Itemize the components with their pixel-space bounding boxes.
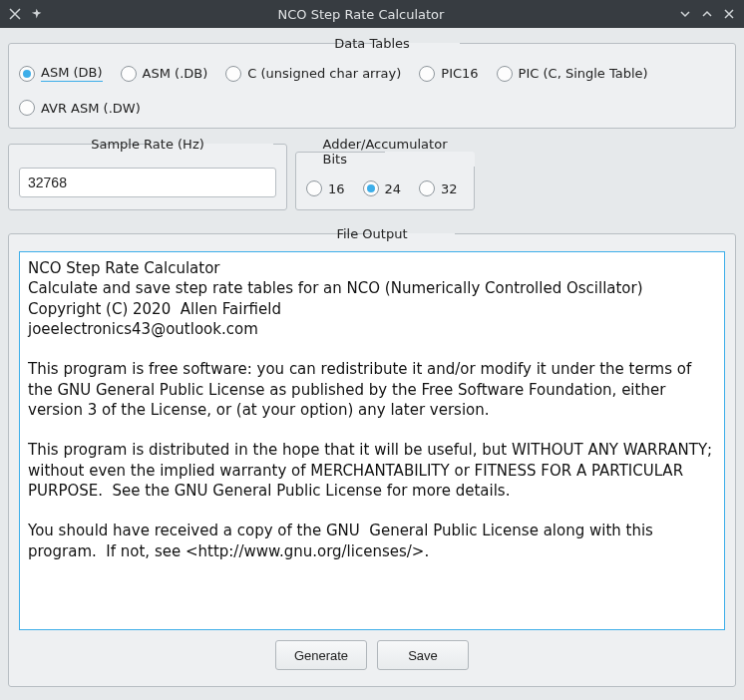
data-tables-option[interactable]: C (unsigned char array) bbox=[225, 66, 401, 82]
accum-bits-option[interactable]: 32 bbox=[419, 180, 458, 196]
file-output-legend: File Output bbox=[330, 226, 413, 241]
radio-label: 16 bbox=[328, 181, 345, 196]
close-icon[interactable] bbox=[722, 7, 736, 21]
data-tables-option[interactable]: ASM (DB) bbox=[19, 65, 103, 82]
maximize-icon[interactable] bbox=[700, 7, 714, 21]
radio-icon bbox=[363, 180, 379, 196]
accum-bits-options: 162432 bbox=[306, 176, 464, 196]
window-titlebar: NCO Step Rate Calculator bbox=[0, 0, 744, 28]
radio-icon bbox=[121, 66, 137, 82]
sample-rate-group: Sample Rate (Hz) bbox=[8, 137, 287, 210]
data-tables-options: ASM (DB)ASM (.DB)C (unsigned char array)… bbox=[19, 61, 725, 116]
radio-label: ASM (DB) bbox=[41, 65, 103, 82]
radio-icon bbox=[225, 66, 241, 82]
data-tables-option[interactable]: PIC16 bbox=[419, 66, 478, 82]
data-tables-group: Data Tables ASM (DB)ASM (.DB)C (unsigned… bbox=[8, 36, 736, 129]
accum-bits-option[interactable]: 16 bbox=[306, 180, 345, 196]
radio-icon bbox=[306, 180, 322, 196]
radio-icon bbox=[419, 180, 435, 196]
radio-label: AVR ASM (.DW) bbox=[41, 101, 141, 116]
accum-bits-group: Adder/Accumulator Bits 162432 bbox=[295, 137, 475, 210]
radio-label: PIC16 bbox=[441, 66, 478, 81]
radio-icon bbox=[19, 100, 35, 116]
save-button[interactable]: Save bbox=[377, 640, 469, 670]
radio-icon bbox=[419, 66, 435, 82]
radio-label: PIC (C, Single Table) bbox=[519, 66, 648, 81]
minimize-icon[interactable] bbox=[678, 7, 692, 21]
radio-label: 24 bbox=[385, 181, 402, 196]
sample-rate-input[interactable] bbox=[19, 168, 276, 197]
generate-button[interactable]: Generate bbox=[275, 640, 367, 670]
pin-icon[interactable] bbox=[30, 7, 44, 21]
data-tables-option[interactable]: PIC (C, Single Table) bbox=[497, 66, 648, 82]
data-tables-option[interactable]: AVR ASM (.DW) bbox=[19, 100, 141, 116]
radio-label: 32 bbox=[441, 181, 458, 196]
radio-label: C (unsigned char array) bbox=[247, 66, 401, 81]
accum-bits-option[interactable]: 24 bbox=[363, 180, 402, 196]
sample-rate-legend: Sample Rate (Hz) bbox=[85, 137, 210, 152]
file-output-group: File Output NCO Step Rate Calculator Cal… bbox=[8, 226, 736, 687]
app-menu-icon[interactable] bbox=[8, 7, 22, 21]
file-output-text[interactable]: NCO Step Rate Calculator Calculate and s… bbox=[19, 251, 725, 630]
radio-label: ASM (.DB) bbox=[143, 66, 208, 81]
data-tables-legend: Data Tables bbox=[328, 36, 416, 51]
radio-icon bbox=[19, 66, 35, 82]
radio-icon bbox=[497, 66, 513, 82]
accum-bits-legend: Adder/Accumulator Bits bbox=[317, 137, 454, 167]
window-title: NCO Step Rate Calculator bbox=[44, 7, 678, 22]
data-tables-option[interactable]: ASM (.DB) bbox=[121, 66, 208, 82]
window-body: Data Tables ASM (DB)ASM (.DB)C (unsigned… bbox=[0, 28, 744, 700]
